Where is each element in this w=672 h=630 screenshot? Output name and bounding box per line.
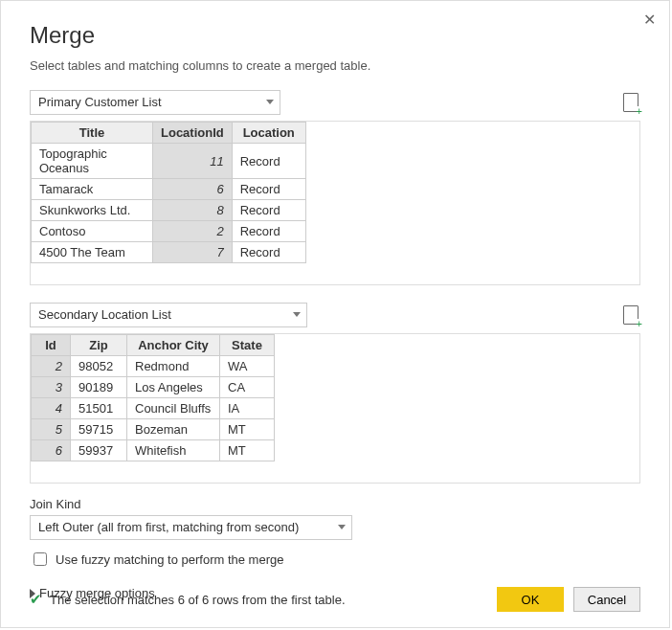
table-row[interactable]: 659937WhitefishMT <box>32 440 275 461</box>
cell-city: Bozeman <box>127 419 220 440</box>
cell-zip: 51501 <box>71 398 127 419</box>
cell-state: IA <box>220 398 275 419</box>
table-row[interactable]: 4500 The Team7Record <box>32 242 306 263</box>
checkmark-icon: ✔ <box>30 591 42 608</box>
cell-title: Tamarack <box>32 179 153 200</box>
col-zip-header[interactable]: Zip <box>71 335 127 356</box>
join-kind-value: Left Outer (all from first, matching fro… <box>38 520 299 534</box>
cell-locationid: 2 <box>153 221 233 242</box>
table-row[interactable]: 559715BozemanMT <box>32 419 275 440</box>
table-row[interactable]: Tamarack6Record <box>32 179 306 200</box>
cell-id: 3 <box>32 377 71 398</box>
ok-button[interactable]: OK <box>497 587 564 612</box>
col-locationid-header[interactable]: LocationId <box>153 123 233 144</box>
col-id-header[interactable]: Id <box>32 335 71 356</box>
cell-zip: 90189 <box>71 377 127 398</box>
join-kind-dropdown[interactable]: Left Outer (all from first, matching fro… <box>30 515 352 540</box>
cell-zip: 59715 <box>71 419 127 440</box>
page-plus-icon <box>623 93 638 112</box>
primary-table-dropdown-label: Primary Customer List <box>38 95 162 109</box>
col-location-header[interactable]: Location <box>232 123 305 144</box>
cell-locationid: 6 <box>153 179 233 200</box>
join-kind-label: Join Kind <box>30 497 640 511</box>
primary-table-preview: Title LocationId Location Topographic Oc… <box>30 121 640 285</box>
cell-locationid: 7 <box>153 242 233 263</box>
cell-state: MT <box>220 419 275 440</box>
refresh-primary-icon[interactable] <box>623 93 640 112</box>
cell-id: 2 <box>32 356 71 377</box>
cell-state: WA <box>220 356 275 377</box>
fuzzy-matching-checkbox-row[interactable]: Use fuzzy matching to perform the merge <box>30 550 640 569</box>
col-state-header[interactable]: State <box>220 335 275 356</box>
table-row[interactable]: 298052RedmondWA <box>32 356 275 377</box>
col-anchorcity-header[interactable]: Anchor City <box>127 335 220 356</box>
cell-location: Record <box>232 200 305 221</box>
cell-id: 4 <box>32 398 71 419</box>
cell-title: 4500 The Team <box>32 242 153 263</box>
cell-city: Los Angeles <box>127 377 220 398</box>
merge-dialog: ✕ Merge Select tables and matching colum… <box>0 0 670 628</box>
refresh-secondary-icon[interactable] <box>623 305 640 325</box>
secondary-table-dropdown[interactable]: Secondary Location List <box>30 303 307 327</box>
cell-city: Redmond <box>127 356 220 377</box>
fuzzy-matching-label: Use fuzzy matching to perform the merge <box>56 552 283 567</box>
cell-title: Topographic Oceanus <box>32 144 153 179</box>
secondary-data-table: Id Zip Anchor City State 298052RedmondWA… <box>31 334 275 461</box>
cell-city: Whitefish <box>127 440 220 461</box>
cell-locationid: 8 <box>153 200 233 221</box>
table-row[interactable]: Skunkworks Ltd.8Record <box>32 200 306 221</box>
cell-state: CA <box>220 377 275 398</box>
chevron-down-icon <box>266 100 274 104</box>
table-row[interactable]: 390189Los AngelesCA <box>32 377 275 398</box>
dialog-subtitle: Select tables and matching columns to cr… <box>30 58 640 73</box>
cell-location: Record <box>232 242 305 263</box>
cell-location: Record <box>232 221 305 242</box>
page-plus-icon <box>623 305 638 325</box>
chevron-down-icon <box>338 525 346 529</box>
cell-zip: 59937 <box>71 440 127 461</box>
cell-title: Skunkworks Ltd. <box>32 200 153 221</box>
primary-table-dropdown[interactable]: Primary Customer List <box>30 90 280 115</box>
secondary-table-preview: Id Zip Anchor City State 298052RedmondWA… <box>30 333 640 484</box>
status-message: The selection matches 6 of 6 rows from t… <box>50 593 346 607</box>
chevron-down-icon <box>293 312 301 317</box>
cell-id: 5 <box>32 419 71 440</box>
cell-locationid: 11 <box>153 144 233 179</box>
table-row[interactable]: 451501Council BluffsIA <box>32 398 275 419</box>
cancel-button[interactable]: Cancel <box>573 587 640 612</box>
cell-city: Council Bluffs <box>127 398 220 419</box>
cell-state: MT <box>220 440 275 461</box>
cell-title: Contoso <box>32 221 153 242</box>
secondary-table-dropdown-label: Secondary Location List <box>38 307 171 322</box>
close-icon[interactable]: ✕ <box>643 11 656 29</box>
fuzzy-matching-checkbox[interactable] <box>34 552 47 566</box>
table-row[interactable]: Contoso2Record <box>32 221 306 242</box>
cell-zip: 98052 <box>71 356 127 377</box>
primary-data-table: Title LocationId Location Topographic Oc… <box>31 122 306 263</box>
cell-location: Record <box>232 179 305 200</box>
cell-location: Record <box>232 144 305 179</box>
cell-id: 6 <box>32 440 71 461</box>
dialog-title: Merge <box>30 22 640 49</box>
col-title-header[interactable]: Title <box>32 123 153 144</box>
table-row[interactable]: Topographic Oceanus11Record <box>32 144 306 179</box>
